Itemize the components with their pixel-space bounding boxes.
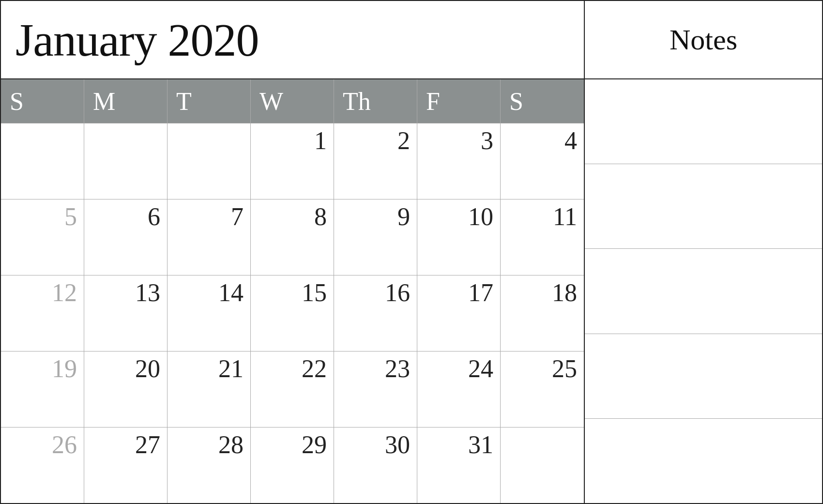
- day-cell: 22: [251, 351, 334, 427]
- day-cell: 20: [84, 351, 168, 427]
- day-cell: 14: [168, 275, 251, 351]
- day-cell: 25: [501, 351, 584, 427]
- notes-line-3: [585, 249, 822, 334]
- day-cell: 11: [501, 199, 584, 275]
- week-row-3: 12131415161718: [1, 275, 584, 351]
- day-number: 6: [148, 204, 160, 229]
- day-number: 27: [135, 432, 160, 458]
- notes-header: Notes: [585, 1, 822, 79]
- day-header-f: F: [417, 79, 501, 123]
- day-cell: 3: [417, 123, 501, 199]
- day-cell: 12: [1, 275, 84, 351]
- day-cell: 18: [501, 275, 584, 351]
- day-cell: 16: [334, 275, 417, 351]
- day-cell: 17: [417, 275, 501, 351]
- day-number: 26: [52, 432, 77, 458]
- notes-line-5: [585, 419, 822, 503]
- day-cell: 1: [251, 123, 334, 199]
- day-number: 18: [552, 280, 577, 305]
- day-number: 25: [552, 356, 577, 382]
- day-cell: 13: [84, 275, 168, 351]
- week-row-5: 262728293031: [1, 427, 584, 503]
- day-cell: [1, 123, 84, 199]
- day-cell: 4: [501, 123, 584, 199]
- day-cell: 23: [334, 351, 417, 427]
- week-row-1: 1234: [1, 123, 584, 199]
- notes-line-4: [585, 334, 822, 419]
- calendar-grid: SMTWThFS 1234567891011121314151617181920…: [1, 79, 584, 503]
- notes-lines: [585, 79, 822, 503]
- day-number: 22: [302, 356, 327, 382]
- day-number: 10: [468, 204, 493, 229]
- week-row-2: 567891011: [1, 199, 584, 275]
- day-number: 15: [302, 280, 327, 305]
- day-number: 13: [135, 280, 160, 305]
- calendar-container: January 2020 SMTWThFS 123456789101112131…: [0, 0, 823, 504]
- day-cell: 10: [417, 199, 501, 275]
- day-cell: 5: [1, 199, 84, 275]
- week-row-4: 19202122232425: [1, 351, 584, 427]
- day-number: 7: [231, 204, 244, 229]
- day-number: 21: [218, 356, 244, 382]
- day-number: 23: [385, 356, 410, 382]
- day-header-w: W: [251, 79, 334, 123]
- day-number: 9: [397, 204, 410, 229]
- day-cell: 2: [334, 123, 417, 199]
- day-cell: 15: [251, 275, 334, 351]
- day-number: 30: [385, 432, 410, 458]
- calendar-title: January 2020: [15, 13, 259, 67]
- weeks-container: 1234567891011121314151617181920212223242…: [1, 123, 584, 503]
- day-cell: 28: [168, 428, 251, 503]
- day-number: 8: [314, 204, 327, 229]
- day-cell: 9: [334, 199, 417, 275]
- day-number: 2: [397, 128, 410, 153]
- day-number: 29: [302, 432, 327, 458]
- day-number: 20: [135, 356, 160, 382]
- calendar-header: January 2020: [1, 1, 584, 79]
- calendar-main: January 2020 SMTWThFS 123456789101112131…: [1, 1, 585, 503]
- day-cell: 7: [168, 199, 251, 275]
- notes-line-1: [585, 79, 822, 164]
- day-cell: [501, 428, 584, 503]
- day-cell: [84, 123, 168, 199]
- day-headers-row: SMTWThFS: [1, 79, 584, 123]
- notes-panel: Notes: [585, 1, 822, 503]
- day-header-s: S: [501, 79, 584, 123]
- day-cell: 6: [84, 199, 168, 275]
- day-number: 19: [52, 356, 77, 382]
- day-number: 1: [314, 128, 327, 153]
- day-cell: 24: [417, 351, 501, 427]
- day-number: 24: [468, 356, 493, 382]
- day-cell: 31: [417, 428, 501, 503]
- day-number: 28: [218, 432, 244, 458]
- day-number: 16: [385, 280, 410, 305]
- day-cell: 27: [84, 428, 168, 503]
- day-number: 5: [64, 204, 77, 229]
- day-number: 4: [564, 128, 577, 153]
- day-header-m: M: [84, 79, 168, 123]
- notes-line-2: [585, 164, 822, 249]
- day-number: 14: [218, 280, 244, 305]
- day-number: 12: [52, 280, 77, 305]
- day-cell: 19: [1, 351, 84, 427]
- notes-title: Notes: [670, 23, 737, 57]
- day-header-t: T: [168, 79, 251, 123]
- day-number: 17: [468, 280, 493, 305]
- day-header-th: Th: [334, 79, 417, 123]
- day-cell: [168, 123, 251, 199]
- day-cell: 26: [1, 428, 84, 503]
- day-number: 3: [481, 128, 493, 153]
- day-number: 31: [468, 432, 493, 458]
- day-cell: 29: [251, 428, 334, 503]
- day-cell: 8: [251, 199, 334, 275]
- day-cell: 21: [168, 351, 251, 427]
- day-number: 11: [553, 204, 577, 229]
- day-cell: 30: [334, 428, 417, 503]
- day-header-s: S: [1, 79, 84, 123]
